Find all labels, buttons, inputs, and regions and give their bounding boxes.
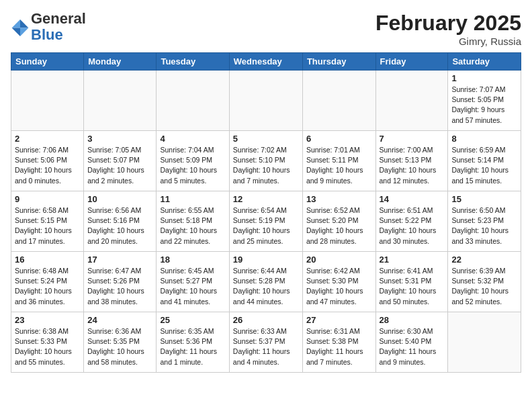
day-number: 27 — [306, 315, 372, 325]
title-block: February 2025 Gimry, Russia — [375, 11, 521, 47]
weekday-header-monday: Monday — [84, 53, 157, 71]
calendar-cell: 1Sunrise: 7:07 AM Sunset: 5:05 PM Daylig… — [448, 71, 521, 131]
day-number: 2 — [15, 134, 80, 144]
day-number: 7 — [380, 134, 445, 144]
day-detail: Sunrise: 6:51 AM Sunset: 5:22 PM Dayligh… — [380, 205, 445, 246]
svg-marker-3 — [12, 28, 20, 36]
day-number: 23 — [15, 315, 80, 325]
week-row-5: 23Sunrise: 6:38 AM Sunset: 5:33 PM Dayli… — [11, 312, 521, 373]
weekday-header-friday: Friday — [375, 53, 448, 71]
day-detail: Sunrise: 6:59 AM Sunset: 5:14 PM Dayligh… — [451, 145, 517, 186]
day-number: 28 — [380, 315, 445, 325]
calendar-cell: 28Sunrise: 6:30 AM Sunset: 5:40 PM Dayli… — [375, 312, 448, 373]
calendar-cell: 21Sunrise: 6:41 AM Sunset: 5:31 PM Dayli… — [375, 252, 448, 312]
day-detail: Sunrise: 6:52 AM Sunset: 5:20 PM Dayligh… — [306, 205, 372, 246]
svg-marker-2 — [12, 19, 20, 28]
day-detail: Sunrise: 6:31 AM Sunset: 5:38 PM Dayligh… — [306, 326, 372, 367]
calendar-cell — [229, 71, 302, 131]
calendar-cell: 19Sunrise: 6:44 AM Sunset: 5:28 PM Dayli… — [229, 252, 302, 312]
calendar-cell: 9Sunrise: 6:58 AM Sunset: 5:15 PM Daylig… — [11, 191, 84, 252]
weekday-header-tuesday: Tuesday — [157, 53, 229, 71]
day-detail: Sunrise: 6:38 AM Sunset: 5:33 PM Dayligh… — [15, 326, 80, 367]
day-number: 22 — [451, 255, 517, 265]
calendar-cell: 2Sunrise: 7:06 AM Sunset: 5:06 PM Daylig… — [11, 131, 84, 191]
day-detail: Sunrise: 6:41 AM Sunset: 5:31 PM Dayligh… — [380, 266, 445, 307]
day-detail: Sunrise: 6:54 AM Sunset: 5:19 PM Dayligh… — [233, 205, 299, 246]
calendar-cell: 27Sunrise: 6:31 AM Sunset: 5:38 PM Dayli… — [302, 312, 375, 373]
day-number: 16 — [15, 255, 80, 265]
day-detail: Sunrise: 6:36 AM Sunset: 5:35 PM Dayligh… — [87, 326, 152, 367]
day-detail: Sunrise: 6:35 AM Sunset: 5:36 PM Dayligh… — [160, 326, 225, 367]
weekday-header-saturday: Saturday — [448, 53, 521, 71]
calendar-cell: 18Sunrise: 6:45 AM Sunset: 5:27 PM Dayli… — [157, 252, 229, 312]
calendar-table: SundayMondayTuesdayWednesdayThursdayFrid… — [11, 52, 521, 373]
calendar-cell: 12Sunrise: 6:54 AM Sunset: 5:19 PM Dayli… — [229, 191, 302, 252]
day-detail: Sunrise: 7:00 AM Sunset: 5:13 PM Dayligh… — [380, 145, 445, 186]
day-detail: Sunrise: 6:42 AM Sunset: 5:30 PM Dayligh… — [306, 266, 372, 307]
calendar-cell — [448, 312, 521, 373]
day-number: 12 — [233, 194, 299, 204]
day-number: 15 — [451, 194, 517, 204]
calendar-cell: 14Sunrise: 6:51 AM Sunset: 5:22 PM Dayli… — [375, 191, 448, 252]
day-number: 10 — [87, 194, 152, 204]
svg-marker-0 — [20, 19, 28, 28]
week-row-4: 16Sunrise: 6:48 AM Sunset: 5:24 PM Dayli… — [11, 252, 521, 312]
logo-blue-text: Blue — [31, 26, 63, 43]
day-detail: Sunrise: 6:44 AM Sunset: 5:28 PM Dayligh… — [233, 266, 299, 307]
day-detail: Sunrise: 7:06 AM Sunset: 5:06 PM Dayligh… — [15, 145, 80, 186]
weekday-header-thursday: Thursday — [302, 53, 375, 71]
calendar-cell: 24Sunrise: 6:36 AM Sunset: 5:35 PM Dayli… — [84, 312, 157, 373]
calendar-cell: 15Sunrise: 6:50 AM Sunset: 5:23 PM Dayli… — [448, 191, 521, 252]
calendar-cell: 17Sunrise: 6:47 AM Sunset: 5:26 PM Dayli… — [84, 252, 157, 312]
day-number: 4 — [160, 134, 225, 144]
calendar-cell: 13Sunrise: 6:52 AM Sunset: 5:20 PM Dayli… — [302, 191, 375, 252]
day-number: 14 — [380, 194, 445, 204]
day-number: 26 — [233, 315, 299, 325]
calendar-cell — [157, 71, 229, 131]
day-number: 21 — [380, 255, 445, 265]
calendar-cell — [375, 71, 448, 131]
calendar-cell — [84, 71, 157, 131]
calendar-cell — [302, 71, 375, 131]
logo-general-text: General — [31, 10, 86, 27]
day-detail: Sunrise: 6:39 AM Sunset: 5:32 PM Dayligh… — [451, 266, 517, 307]
weekday-header-wednesday: Wednesday — [229, 53, 302, 71]
day-number: 3 — [87, 134, 152, 144]
page-header: General Blue February 2025 Gimry, Russia — [11, 11, 521, 47]
day-number: 8 — [451, 134, 517, 144]
day-detail: Sunrise: 6:50 AM Sunset: 5:23 PM Dayligh… — [451, 205, 517, 246]
day-number: 25 — [160, 315, 225, 325]
week-row-1: 1Sunrise: 7:07 AM Sunset: 5:05 PM Daylig… — [11, 71, 521, 131]
calendar-cell: 20Sunrise: 6:42 AM Sunset: 5:30 PM Dayli… — [302, 252, 375, 312]
logo-icon — [11, 17, 30, 36]
day-detail: Sunrise: 6:33 AM Sunset: 5:37 PM Dayligh… — [233, 326, 299, 367]
day-detail: Sunrise: 6:58 AM Sunset: 5:15 PM Dayligh… — [15, 205, 80, 246]
day-detail: Sunrise: 6:56 AM Sunset: 5:16 PM Dayligh… — [87, 205, 152, 246]
svg-marker-1 — [20, 28, 28, 36]
calendar-cell: 8Sunrise: 6:59 AM Sunset: 5:14 PM Daylig… — [448, 131, 521, 191]
calendar-cell: 23Sunrise: 6:38 AM Sunset: 5:33 PM Dayli… — [11, 312, 84, 373]
day-number: 13 — [306, 194, 372, 204]
location: Gimry, Russia — [375, 36, 521, 47]
day-number: 5 — [233, 134, 299, 144]
day-detail: Sunrise: 6:48 AM Sunset: 5:24 PM Dayligh… — [15, 266, 80, 307]
calendar-cell: 6Sunrise: 7:01 AM Sunset: 5:11 PM Daylig… — [302, 131, 375, 191]
day-detail: Sunrise: 7:05 AM Sunset: 5:07 PM Dayligh… — [87, 145, 152, 186]
calendar-cell: 16Sunrise: 6:48 AM Sunset: 5:24 PM Dayli… — [11, 252, 84, 312]
calendar-cell: 11Sunrise: 6:55 AM Sunset: 5:18 PM Dayli… — [157, 191, 229, 252]
day-detail: Sunrise: 7:02 AM Sunset: 5:10 PM Dayligh… — [233, 145, 299, 186]
day-number: 24 — [87, 315, 152, 325]
day-number: 1 — [451, 73, 517, 83]
calendar-cell: 7Sunrise: 7:00 AM Sunset: 5:13 PM Daylig… — [375, 131, 448, 191]
day-detail: Sunrise: 6:47 AM Sunset: 5:26 PM Dayligh… — [87, 266, 152, 307]
day-detail: Sunrise: 7:04 AM Sunset: 5:09 PM Dayligh… — [160, 145, 225, 186]
day-number: 17 — [87, 255, 152, 265]
day-number: 11 — [160, 194, 225, 204]
logo: General Blue — [11, 11, 86, 43]
week-row-2: 2Sunrise: 7:06 AM Sunset: 5:06 PM Daylig… — [11, 131, 521, 191]
week-row-3: 9Sunrise: 6:58 AM Sunset: 5:15 PM Daylig… — [11, 191, 521, 252]
weekday-header-sunday: Sunday — [11, 53, 84, 71]
day-number: 19 — [233, 255, 299, 265]
calendar-cell: 22Sunrise: 6:39 AM Sunset: 5:32 PM Dayli… — [448, 252, 521, 312]
day-detail: Sunrise: 7:07 AM Sunset: 5:05 PM Dayligh… — [451, 85, 517, 126]
